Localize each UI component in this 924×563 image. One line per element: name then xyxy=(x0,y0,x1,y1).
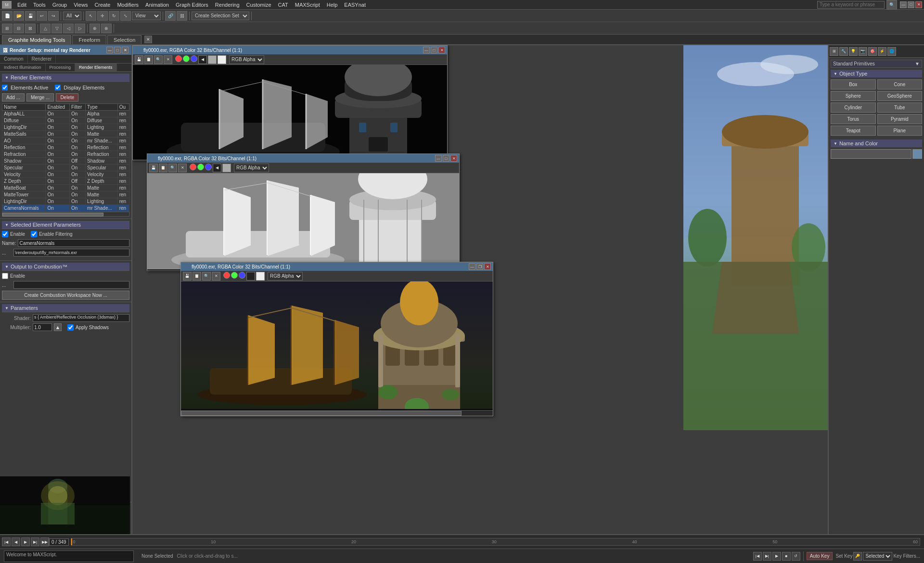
tab-graphite[interactable]: Graphite Modeling Tools xyxy=(2,35,71,44)
selected-dropdown[interactable]: Selected xyxy=(863,552,892,561)
table-row[interactable]: Diffuse On On Diffuse ren xyxy=(2,117,129,124)
rw1-max[interactable]: □ xyxy=(431,47,437,53)
rw2-channel-select[interactable]: RGB Alpha xyxy=(234,164,269,172)
tb2-btn5[interactable]: ▽ xyxy=(51,24,62,33)
parameters-header[interactable]: ▼ Parameters xyxy=(2,304,129,312)
timeline-track[interactable]: 0 10 20 30 40 50 60 xyxy=(71,538,920,546)
table-row[interactable]: AlphaALL On On Alpha ren xyxy=(2,111,129,117)
rw3-btn-dark[interactable] xyxy=(246,272,255,281)
subtab-render-elements[interactable]: Render Elements xyxy=(75,64,117,71)
apply-shadows-check[interactable] xyxy=(67,324,74,331)
tb2-btn7[interactable]: ▷ xyxy=(75,24,85,33)
rw1-btn-white[interactable] xyxy=(218,55,226,64)
mult-spinner[interactable]: ▲ xyxy=(54,323,62,331)
rw2-btn-dark[interactable]: ◀ xyxy=(213,164,221,172)
rw3-min[interactable]: — xyxy=(469,263,475,270)
rw3-hscrollbar[interactable] xyxy=(181,410,493,416)
table-scrollbar[interactable] xyxy=(2,212,129,217)
output-input[interactable] xyxy=(13,249,129,256)
rw1-green-channel[interactable] xyxy=(183,55,190,62)
tab-selection[interactable]: Selection xyxy=(107,35,141,44)
rw1-close[interactable]: ✕ xyxy=(438,47,445,53)
shader-value[interactable]: s { Ambient/Reflective Occlusion (3dsmax… xyxy=(33,314,129,322)
rw1-btn-dark[interactable]: ◀ xyxy=(198,55,207,64)
standard-primitives-label[interactable]: Standard Primitives ▼ xyxy=(831,60,922,68)
rw3-btn-white[interactable] xyxy=(256,272,265,281)
rw1-blue-channel[interactable] xyxy=(191,55,197,62)
teapot-btn[interactable]: Teapot xyxy=(831,126,876,136)
link-btn[interactable]: 🔗 xyxy=(165,11,176,21)
tl-start[interactable]: |◀ xyxy=(2,537,11,546)
rt-btn3[interactable]: 💡 xyxy=(849,47,858,56)
rw1-btn-mono[interactable] xyxy=(208,55,217,64)
rw2-red-channel[interactable] xyxy=(190,164,196,170)
rw1-titlebar[interactable]: fly0000.exr, RGBA Color 32 Bits/Channel … xyxy=(133,46,447,54)
key-prev[interactable]: |◀ xyxy=(753,552,762,561)
table-row[interactable]: CameraNormals On On mr Shade... ren xyxy=(2,205,129,212)
rt-btn6[interactable]: ⚡ xyxy=(878,47,886,56)
rs-minimize[interactable]: — xyxy=(106,47,113,53)
mult-input[interactable] xyxy=(33,323,52,331)
tb2-btn9[interactable]: ⊗ xyxy=(101,24,112,33)
filtering-check[interactable] xyxy=(31,231,37,237)
tb2-btn4[interactable]: △ xyxy=(40,24,51,33)
move-btn[interactable]: ✛ xyxy=(97,11,108,21)
rw3-red-channel[interactable] xyxy=(223,272,230,279)
stop-all[interactable]: ■ xyxy=(782,552,791,561)
rw3-hscroll-thumb[interactable] xyxy=(181,411,462,416)
table-row[interactable]: MatteSails On On Matte ren xyxy=(2,131,129,138)
tb2-btn6[interactable]: ◁ xyxy=(63,24,74,33)
render-elements-header[interactable]: ▼ Render Elements xyxy=(2,74,129,82)
tb2-btn1[interactable]: ⊞ xyxy=(2,24,13,33)
plane-btn[interactable]: Plane xyxy=(877,126,923,136)
frame-display[interactable]: 0 / 349 xyxy=(49,538,69,546)
combustion-header[interactable]: ▼ Output to Combustion™ xyxy=(2,263,129,271)
set-key-btn[interactable]: 🔑 xyxy=(853,552,862,561)
rw3-clear[interactable]: ✕ xyxy=(212,272,220,281)
rw3-copy[interactable]: 📋 xyxy=(192,272,201,281)
menu-views[interactable]: Views xyxy=(71,1,90,9)
table-row[interactable]: LightingDir On On Lighting ren xyxy=(2,124,129,131)
rt-btn2[interactable]: 🔧 xyxy=(839,47,848,56)
rw3-blue-channel[interactable] xyxy=(239,272,245,279)
rw2-max[interactable]: □ xyxy=(443,155,449,162)
geosphere-btn[interactable]: GeoSphere xyxy=(877,91,923,101)
rw2-min[interactable]: — xyxy=(435,155,442,162)
auto-key-btn[interactable]: Auto Key xyxy=(807,552,833,560)
table-row[interactable]: Reflection On On Reflection ren xyxy=(2,144,129,151)
table-row[interactable]: Refraction On On Refraction ren xyxy=(2,151,129,158)
rw3-save[interactable]: 💾 xyxy=(183,272,192,281)
new-btn[interactable]: 📄 xyxy=(2,11,13,21)
rw3-channel-select[interactable]: RGB Alpha xyxy=(268,272,303,281)
view-mode[interactable]: View xyxy=(132,12,161,20)
rw2-zoom[interactable]: 🔍 xyxy=(168,164,177,172)
tb2-btn8[interactable]: ⊕ xyxy=(90,24,100,33)
box-btn[interactable]: Box xyxy=(831,79,876,90)
selection-set[interactable]: Create Selection Set xyxy=(192,12,249,20)
rt-btn4[interactable]: 📷 xyxy=(859,47,867,56)
table-row[interactable]: Z Depth On Off Z Depth ren xyxy=(2,178,129,185)
tl-next[interactable]: ▶| xyxy=(31,537,39,546)
loop-btn[interactable]: ↺ xyxy=(792,552,800,561)
min-btn[interactable]: — xyxy=(900,1,907,8)
close-btn[interactable]: ✕ xyxy=(915,1,922,8)
table-row[interactable]: MatteTower On On Matte ren xyxy=(2,192,129,198)
rs-close[interactable]: ✕ xyxy=(122,47,128,53)
tl-end[interactable]: ▶▶ xyxy=(40,537,49,546)
open-btn[interactable]: 📂 xyxy=(13,11,24,21)
rw1-min[interactable]: — xyxy=(423,47,430,53)
search-input[interactable] xyxy=(817,1,885,9)
save-btn[interactable]: 💾 xyxy=(25,11,36,21)
menu-tools[interactable]: Tools xyxy=(30,1,49,9)
rt-btn1[interactable]: ⊞ xyxy=(830,47,838,56)
subtab-common[interactable]: Common xyxy=(0,55,28,63)
subtab-indirect[interactable]: Indirect Illumination xyxy=(0,64,46,71)
tab-freeform[interactable]: Freeform xyxy=(72,35,106,44)
key-next[interactable]: ▶| xyxy=(763,552,771,561)
delete-btn[interactable]: Delete xyxy=(56,93,78,102)
rw2-green-channel[interactable] xyxy=(197,164,204,170)
tb2-btn2[interactable]: ⊟ xyxy=(13,24,24,33)
selection-filter[interactable]: All xyxy=(63,12,81,20)
combustion-enable-check[interactable] xyxy=(2,273,8,279)
menu-group[interactable]: Group xyxy=(50,1,70,9)
